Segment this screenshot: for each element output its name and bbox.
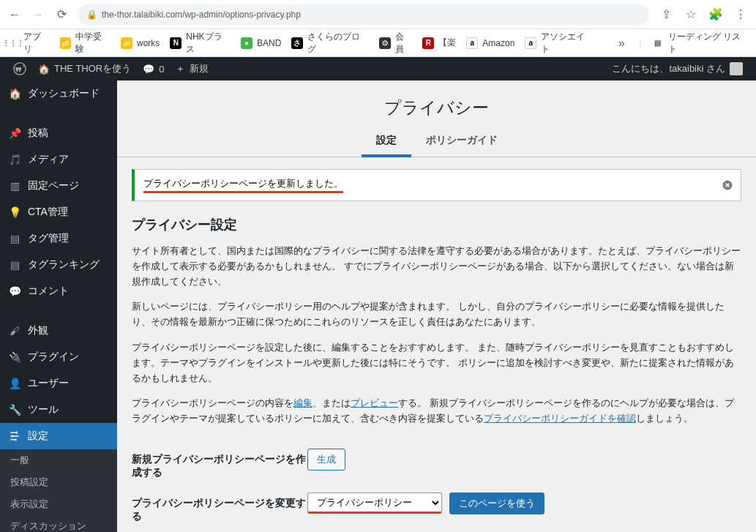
sidebar-sub-discussion[interactable]: ディスカッション xyxy=(0,515,117,532)
more-bookmarks-icon[interactable]: » xyxy=(614,37,629,50)
sidebar-item-posts[interactable]: 📌投稿 xyxy=(0,120,117,146)
home-icon: 🏠 xyxy=(38,64,50,75)
wrench-icon: 🔧 xyxy=(7,402,22,417)
brush-icon: 🖌 xyxy=(7,323,22,338)
sidebar-item-tag[interactable]: ▤タグ管理 xyxy=(0,225,117,252)
url-text: the-thor.talaibiki.com/wp-admin/options-… xyxy=(102,10,301,20)
sidebar-item-media[interactable]: 🎵メディア xyxy=(0,146,117,173)
extension-icon[interactable]: 🧩 xyxy=(708,7,724,23)
sidebar-item-tools[interactable]: 🔧ツール xyxy=(0,397,117,423)
bookmark-item[interactable]: 📁中学受験 xyxy=(60,31,111,56)
new-content-link[interactable]: ＋新規 xyxy=(170,62,214,75)
preview-link[interactable]: プレビュー xyxy=(351,397,398,408)
paragraph: プライバシーポリシーページを設定した後に、編集することをおすすめします。 また、… xyxy=(132,340,741,386)
create-label: 新規プライバシーポリシーページを作成する xyxy=(132,449,307,479)
bookmark-item[interactable]: ⋮⋮⋮アプリ xyxy=(7,31,50,56)
sidebar-item-cta[interactable]: 💡CTA管理 xyxy=(0,199,117,225)
change-label: プライバシーポリシーページを変更する xyxy=(132,492,307,523)
generate-button[interactable]: 生成 xyxy=(307,449,345,471)
bookmark-item[interactable]: aアソシエイト xyxy=(525,31,593,56)
plus-icon: ＋ xyxy=(176,62,185,75)
comments-link[interactable]: 💬0 xyxy=(137,64,170,75)
reading-list-button[interactable]: ▤リーディング リスト xyxy=(652,31,749,56)
star-icon[interactable]: ☆ xyxy=(683,7,699,23)
tab-guide[interactable]: ポリシーガイド xyxy=(411,127,512,157)
bookmark-item[interactable]: ささくらのブログ xyxy=(291,31,368,56)
pin-icon: 📌 xyxy=(7,126,22,141)
sidebar-sub-general[interactable]: 一般 xyxy=(0,449,117,471)
paragraph: 新しいページには、プライバシーポリシー用のヘルプや提案が含まれます。 しかし、自… xyxy=(132,299,741,330)
sidebar-item-settings[interactable]: 設定 xyxy=(0,423,117,449)
reload-button[interactable]: ⟳ xyxy=(54,7,69,22)
sliders-icon xyxy=(7,429,22,443)
content-area: プライバシー 設定 ポリシーガイド プライバシーポリシーページを更新しました。 … xyxy=(117,80,756,532)
bookmark-item[interactable]: aAmazon xyxy=(466,37,514,49)
user-icon: 👤 xyxy=(7,376,22,391)
sidebar-item-users[interactable]: 👤ユーザー xyxy=(0,370,117,397)
lock-icon: 🔒 xyxy=(86,10,97,20)
sidebar-item-dashboard[interactable]: 🏠ダッシュボード xyxy=(0,80,117,107)
forward-button[interactable]: → xyxy=(31,7,45,22)
section-heading: プライバシー設定 xyxy=(132,216,741,233)
menu-icon[interactable]: ⋮ xyxy=(733,7,749,23)
sidebar-item-comments[interactable]: 💬コメント xyxy=(0,278,117,304)
notice-success: プライバシーポリシーページを更新しました。 xyxy=(132,169,741,201)
paragraph: サイト所有者として、国内または国際的なプライバシーに関する法律を遵守する必要があ… xyxy=(132,244,741,289)
paragraph: プライバシーポリシーページの内容を編集、またはプレビューする。 新規プライバシー… xyxy=(132,396,741,427)
bulb-icon: 💡 xyxy=(7,205,22,220)
list-icon: ▤ xyxy=(7,258,22,272)
list-icon: ▤ xyxy=(7,231,22,246)
use-page-button[interactable]: このページを使う xyxy=(449,492,544,514)
sidebar-item-plugins[interactable]: 🔌プラグイン xyxy=(0,344,117,370)
sidebar-item-tag-rank[interactable]: ▤タグランキング xyxy=(0,252,117,278)
sidebar-item-appearance[interactable]: 🖌外観 xyxy=(0,318,117,344)
back-button[interactable]: ← xyxy=(7,7,22,22)
url-bar[interactable]: 🔒 the-thor.talaibiki.com/wp-admin/option… xyxy=(78,4,649,25)
bookmark-item[interactable]: R【楽 xyxy=(422,37,456,49)
share-icon[interactable]: ⇪ xyxy=(658,7,674,23)
media-icon: 🎵 xyxy=(7,152,22,167)
comment-icon: 💬 xyxy=(7,284,22,299)
bookmark-item[interactable]: ⊙会員 xyxy=(379,31,413,56)
comment-icon: 💬 xyxy=(143,64,154,75)
sidebar-item-pages[interactable]: ▥固定ページ xyxy=(0,173,117,199)
tab-settings[interactable]: 設定 xyxy=(362,127,411,157)
page-title: プライバシー xyxy=(117,80,756,127)
wp-admin-bar: 🏠THE THORを使う 💬0 ＋新規 こんにちは、takaibiki さん xyxy=(0,57,756,80)
privacy-page-select[interactable]: プライバシーポリシー xyxy=(307,492,442,514)
guide-link[interactable]: プライバシーポリシーガイドを確認 xyxy=(484,413,636,424)
sidebar-sub-reading[interactable]: 表示設定 xyxy=(0,493,117,515)
bookmark-item[interactable]: ●BAND xyxy=(241,37,281,49)
notice-message: プライバシーポリシーページを更新しました。 xyxy=(143,177,343,193)
bookmark-item[interactable]: 📁works xyxy=(121,37,160,49)
admin-sidebar: 🏠ダッシュボード 📌投稿 🎵メディア ▥固定ページ 💡CTA管理 ▤タグ管理 ▤… xyxy=(0,80,117,532)
dashboard-icon: 🏠 xyxy=(7,86,22,101)
wp-logo-icon[interactable] xyxy=(7,62,32,75)
sidebar-sub-writing[interactable]: 投稿設定 xyxy=(0,471,117,493)
avatar xyxy=(730,62,743,75)
bookmark-item[interactable]: NNHKプラス xyxy=(170,31,231,56)
browser-toolbar: ← → ⟳ 🔒 the-thor.talaibiki.com/wp-admin/… xyxy=(0,0,756,29)
bookmarks-bar: ⋮⋮⋮アプリ 📁中学受験 📁works NNHKプラス ●BAND ささくらのブ… xyxy=(0,29,756,57)
site-name-link[interactable]: 🏠THE THORを使う xyxy=(32,62,137,75)
dismiss-icon[interactable] xyxy=(720,178,735,192)
plug-icon: 🔌 xyxy=(7,350,22,364)
account-menu[interactable]: こんにちは、takaibiki さん xyxy=(606,62,749,75)
edit-link[interactable]: 編集 xyxy=(293,397,312,408)
tabs: 設定 ポリシーガイド xyxy=(117,127,756,157)
page-icon: ▥ xyxy=(7,179,22,193)
